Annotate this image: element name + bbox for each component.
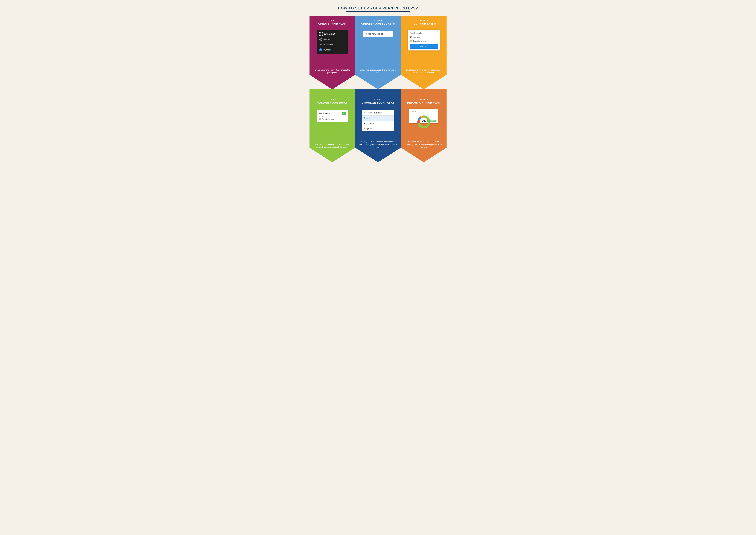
dropdown-item-progress[interactable]: Progress xyxy=(362,126,394,131)
step-3-description: Give the name of the task, the deadline … xyxy=(403,69,444,80)
task-card-name: Task Example xyxy=(319,112,330,114)
step-4-cell: Step 4 Manage your tasks Task Example ✓ … xyxy=(310,89,355,162)
step-5-bottom: Step 5 Visualize your tasks Group by Buc… xyxy=(355,89,401,162)
dropdown-item-assigned[interactable]: Assigned to xyxy=(362,121,394,126)
groupby-chevron-icon: ▼ xyxy=(381,112,383,114)
step-1-cell: Step 1 Create your plan Office 365 xyxy=(310,16,355,89)
task-card-user-name: Emmelie Verborgh xyxy=(322,118,335,120)
step-2-description: Create your buckets, according to the ty… xyxy=(358,69,398,80)
planner-hub-label: Planner hub xyxy=(324,43,334,46)
step-6-title: Report on your plan xyxy=(407,101,441,104)
step-4-title: Manage your tasks xyxy=(317,101,348,104)
step-1-title: Create your plan xyxy=(318,22,346,25)
dropdown-item-buckets[interactable]: Buckets xyxy=(362,116,394,121)
new-plan-label: New plan xyxy=(324,39,331,41)
page-title: How to set up your plan in 6 steps? xyxy=(310,6,446,10)
planner-hub-item[interactable]: ↻ Planner hub xyxy=(317,42,348,47)
title-divider xyxy=(346,11,410,12)
step-1-top: Step 1 Create your plan Office 365 xyxy=(310,16,355,89)
assignee-name: Emmelie Verborgh xyxy=(413,40,427,42)
task-assignee-field: EV Emmelie Verborgh xyxy=(410,40,438,42)
groupby-label: Group by xyxy=(364,112,372,114)
step-2-number: Step 2 xyxy=(374,19,382,21)
task-card-avatar: EV xyxy=(319,118,321,120)
task-due-field: 📅 Due 07/04 xyxy=(410,36,438,39)
step-2-cell: Step 2 Create your buckets + Add new buc… xyxy=(355,16,401,89)
step-4-description: Mark your task as done on the right uppe… xyxy=(312,143,353,155)
step-5-cell: Step 5 Visualize your tasks Group by Buc… xyxy=(355,89,401,162)
office365-sidebar: Office 365 + New plan ↻ Planner hub xyxy=(317,30,348,54)
step-3-cell: Step 3 Add your tasks × 📅 Due 07/04 EV E… xyxy=(401,16,446,89)
groupby-dropdown[interactable]: Group by Buckets ▼ Buckets Assigned to P… xyxy=(362,110,394,131)
task-due-label: Due 07/04 xyxy=(413,37,420,38)
add-task-button[interactable]: Add task xyxy=(410,44,438,49)
my-tasks-label: My tasks xyxy=(324,49,331,51)
step-6-number: Step 6 xyxy=(419,98,428,100)
task-card-user: EV Emmelie Verborgh xyxy=(319,118,346,120)
steps-grid: Step 1 Create your plan Office 365 xyxy=(310,16,446,162)
step-5-number: Step 5 xyxy=(374,98,382,100)
step-2-title: Create your buckets xyxy=(361,22,395,25)
tasks-badge: 26 xyxy=(343,49,345,51)
status-card: Status xyxy=(409,109,438,124)
step-6-cell: Step 6 Report on your plan Status xyxy=(401,89,446,162)
completed-badge: Completed: 17 xyxy=(427,120,436,122)
step-5-description: Group your tasks by bucket, by responsib… xyxy=(358,140,398,155)
office365-header: Office 365 xyxy=(317,31,348,37)
step-3-top: Step 3 Add your tasks × 📅 Due 07/04 EV E… xyxy=(401,16,446,89)
task-card-header: Task Example ✓ xyxy=(319,112,346,115)
step-4-number: Step 4 xyxy=(328,98,337,100)
add-bucket-button[interactable]: + Add new bucket xyxy=(363,31,393,37)
task-card: Task Example ✓ 07/04 EV Emmelie Verborgh xyxy=(317,110,348,122)
new-plan-item[interactable]: + New plan xyxy=(317,37,348,42)
task-checkmark[interactable]: ✓ xyxy=(342,112,346,115)
new-plan-icon: + xyxy=(319,38,322,41)
assignee-avatar: EV xyxy=(410,40,412,42)
office-grid-icon xyxy=(319,32,323,36)
step-3-number: Step 3 xyxy=(419,19,428,21)
status-label: Status xyxy=(411,110,436,112)
donut-chart xyxy=(416,113,432,130)
page-wrapper: How to set up your plan in 6 steps? Step… xyxy=(310,6,446,162)
task-card-date: 07/04 xyxy=(319,116,346,117)
calendar-icon: 📅 xyxy=(410,36,412,39)
dialog-close-icon[interactable]: × xyxy=(437,31,439,33)
step-6-bottom: Step 6 Report on your plan Status xyxy=(401,89,446,162)
add-task-dialog: × 📅 Due 07/04 EV Emmelie Verborgh Add ta… xyxy=(408,30,440,50)
office365-label: Office 365 xyxy=(324,33,335,35)
task-name-input[interactable] xyxy=(410,31,438,35)
step-1-number: Step 1 xyxy=(328,19,337,21)
donut-chart-wrapper: 24 tasks left xyxy=(411,113,436,130)
groupby-value: Buckets xyxy=(373,112,381,114)
step-4-bottom: Step 4 Manage your tasks Task Example ✓ … xyxy=(310,89,355,162)
step-5-title: Visualize your tasks xyxy=(362,101,394,104)
planner-hub-icon: ↻ xyxy=(319,43,322,46)
my-tasks-icon: JB xyxy=(319,48,322,51)
step-6-description: Report on the progress of the tasks by c… xyxy=(403,140,444,155)
step-1-description: Create a new plan. Name it and choose th… xyxy=(312,69,353,80)
groupby-header: Group by Buckets ▼ xyxy=(362,110,394,116)
step-3-title: Add your tasks xyxy=(412,22,436,25)
my-tasks-item[interactable]: JB My tasks 26 xyxy=(317,47,348,52)
step-2-top: Step 2 Create your buckets + Add new buc… xyxy=(355,16,401,89)
